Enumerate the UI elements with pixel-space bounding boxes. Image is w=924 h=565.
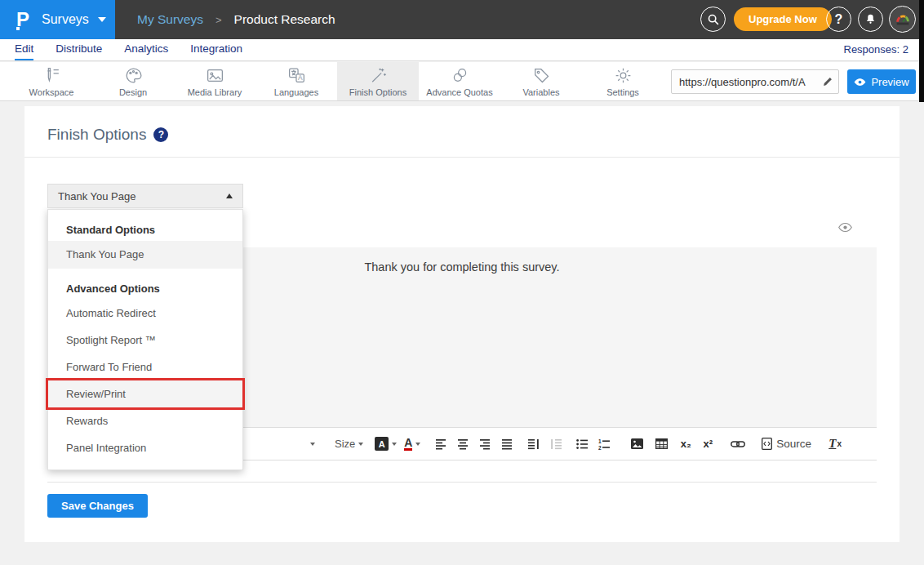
questionpro-logo: P <box>16 10 29 29</box>
indent-button[interactable] <box>525 434 543 455</box>
responses-count[interactable]: Responses: 2 <box>844 39 909 60</box>
align-left-button[interactable] <box>433 434 451 455</box>
eye-icon <box>838 222 852 233</box>
gauge-icon <box>894 11 912 29</box>
superscript-button[interactable]: x² <box>699 434 717 455</box>
align-center-button[interactable] <box>455 434 473 455</box>
dropdown-item-panel-integration[interactable]: Panel Integration <box>48 434 242 461</box>
background-color-button[interactable]: A <box>375 434 397 455</box>
save-changes-button[interactable]: Save Changes <box>47 494 148 518</box>
title-help-icon[interactable]: ? <box>153 127 168 142</box>
subscript-icon: x₂ <box>681 438 691 450</box>
caret-down-icon <box>358 443 363 446</box>
insert-image-button[interactable] <box>628 434 646 455</box>
ribbon-item-languages[interactable]: A Languages <box>255 62 337 100</box>
selected-option: Thank You Page <box>58 190 226 202</box>
remove-format-button[interactable]: T x <box>826 434 844 455</box>
ribbon-item-settings[interactable]: Settings <box>582 62 664 100</box>
translate-icon: A <box>287 65 307 86</box>
survey-url-input[interactable] <box>672 76 817 88</box>
magic-wand-icon <box>368 65 389 86</box>
pencil-icon <box>822 76 833 87</box>
top-bar: P Surveys My Surveys > Product Research … <box>0 0 924 39</box>
breadcrumb-separator: > <box>215 14 222 26</box>
numbered-list-button[interactable]: 1 2 <box>595 434 613 455</box>
account-avatar[interactable] <box>889 6 916 33</box>
help-icon: ? <box>835 12 843 27</box>
gear-icon <box>613 65 633 86</box>
link-button[interactable] <box>729 434 747 455</box>
text-color-button[interactable]: A <box>403 434 421 455</box>
insert-table-icon <box>655 438 668 449</box>
dropdown-item-spotlight-report[interactable]: Spotlight Report ™ <box>48 327 242 354</box>
source-button[interactable]: Source <box>762 434 811 455</box>
breadcrumb: My Surveys > Product Research <box>137 0 335 39</box>
search-icon <box>706 12 721 27</box>
tab-distribute[interactable]: Distribute <box>56 39 102 60</box>
section-nav: Edit Distribute Analytics Integration Re… <box>0 39 924 61</box>
preview-label: Preview <box>871 76 908 88</box>
bell-icon <box>864 12 877 26</box>
dropdown-item-rewards[interactable]: Rewards <box>48 407 242 434</box>
caret-up-icon <box>226 194 233 198</box>
justify-icon <box>502 438 513 450</box>
product-switcher[interactable]: P Surveys <box>0 0 115 39</box>
upgrade-now-button[interactable]: Upgrade Now <box>734 7 832 31</box>
tab-integration[interactable]: Integration <box>190 39 242 60</box>
dropdown-item-review-print[interactable]: Review/Print <box>48 380 242 407</box>
dropdown-item-thank-you-page[interactable]: Thank You Page <box>48 241 242 269</box>
dropdown-group-advanced: Advanced Options <box>48 278 242 300</box>
tag-icon <box>531 65 552 86</box>
notifications-button[interactable] <box>858 7 883 32</box>
ribbon-item-variables[interactable]: Variables <box>500 62 582 100</box>
breadcrumb-current-survey: Product Research <box>234 12 335 27</box>
tab-edit[interactable]: Edit <box>15 39 33 60</box>
bg-color-icon: A <box>375 437 389 451</box>
ribbon-item-workspace[interactable]: Workspace <box>11 62 92 100</box>
preview-button[interactable]: Preview <box>847 69 916 94</box>
thank-you-message: Thank you for completing this survey. <box>364 260 559 274</box>
nav-tabs: Edit Distribute Analytics Integration <box>0 39 924 60</box>
align-right-button[interactable] <box>477 434 495 455</box>
remove-format-icon: T <box>828 437 836 451</box>
breadcrumb-my-surveys[interactable]: My Surveys <box>137 12 203 27</box>
ribbon-item-design[interactable]: Design <box>92 62 174 100</box>
finish-option-select[interactable]: Thank You Page <box>47 184 243 208</box>
preview-toggle[interactable] <box>838 221 852 236</box>
ribbon-item-media-library[interactable]: Media Library <box>174 62 255 100</box>
superscript-icon: x² <box>704 438 713 450</box>
window-edge-artifact <box>919 0 924 102</box>
ribbon-items: Workspace Design Media Library <box>11 62 664 100</box>
insert-table-button[interactable] <box>652 434 670 455</box>
size-dropdown[interactable]: Size <box>335 434 363 455</box>
font-dropdown[interactable] <box>302 434 320 455</box>
align-left-icon <box>436 438 447 450</box>
source-icon <box>762 438 772 450</box>
edit-url-button[interactable] <box>817 70 838 93</box>
finish-option-dropdown: Standard Options Thank You Page Advanced… <box>47 209 243 470</box>
dropdown-gap <box>48 269 242 278</box>
tab-analytics[interactable]: Analytics <box>124 39 168 60</box>
dropdown-item-automatic-redirect[interactable]: Automatic Redirect <box>48 300 242 327</box>
search-button[interactable] <box>700 7 726 32</box>
edit-ribbon: Workspace Design Media Library <box>0 62 924 101</box>
align-right-icon <box>480 438 491 450</box>
divider <box>47 482 877 483</box>
bullet-list-icon <box>576 438 588 450</box>
pencil-list-icon <box>42 65 62 86</box>
outdent-button[interactable] <box>547 434 565 455</box>
svg-text:2: 2 <box>598 444 602 450</box>
panel-header: Finish Options ? <box>47 126 168 144</box>
bullet-list-button[interactable] <box>573 434 591 455</box>
ribbon-item-advance-quotas[interactable]: Advance Quotas <box>419 62 500 100</box>
rings-icon <box>450 65 470 86</box>
eye-icon <box>854 78 866 87</box>
justify-button[interactable] <box>499 434 517 455</box>
help-button[interactable]: ? <box>826 7 851 32</box>
ribbon-item-finish-options[interactable]: Finish Options <box>337 62 419 100</box>
subscript-button[interactable]: x₂ <box>677 434 695 455</box>
link-icon <box>731 440 745 448</box>
numbered-list-icon: 1 2 <box>598 438 610 450</box>
page-title: Finish Options <box>47 126 146 144</box>
dropdown-item-forward-to-friend[interactable]: Forward To Friend <box>48 354 242 380</box>
